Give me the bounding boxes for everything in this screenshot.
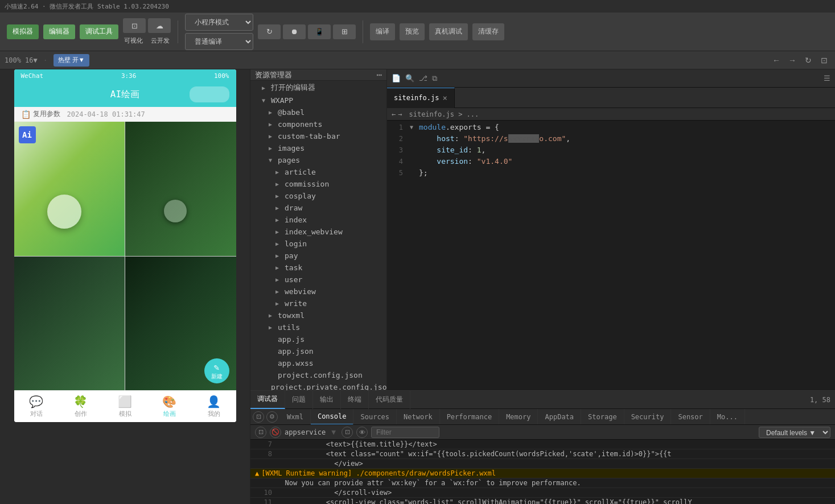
bottom-tab-output[interactable]: 输出 bbox=[313, 391, 341, 409]
tree-webview[interactable]: ▶ webview bbox=[250, 286, 386, 298]
source-control-icon[interactable]: ⎇ bbox=[419, 74, 427, 82]
devtools-tab-mo[interactable]: Mo... bbox=[710, 409, 745, 425]
default-levels-select[interactable]: Default levels ▼ bbox=[759, 427, 830, 438]
forward-btn[interactable]: → bbox=[398, 110, 402, 118]
tree-index[interactable]: ▶ index bbox=[250, 214, 386, 226]
bottom-tab-code-quality[interactable]: 代码质量 bbox=[369, 391, 410, 409]
tree-app-json[interactable]: app.json bbox=[250, 345, 386, 357]
mini-program-mode-select[interactable]: 小程序模式 bbox=[185, 14, 253, 31]
tree-pay[interactable]: ▶ pay bbox=[250, 250, 386, 262]
tree-project-private[interactable]: project.private.config.json bbox=[250, 381, 386, 390]
tree-utils[interactable]: ▶ utils bbox=[250, 321, 386, 333]
mode-group: 小程序模式 普通编译 bbox=[185, 14, 253, 50]
new-badge[interactable]: ✎ 新建 bbox=[204, 358, 229, 383]
console-area[interactable]: 7 <text>{{item.title}}</text> 8 <text cl… bbox=[250, 440, 835, 504]
wxapp-root-item[interactable]: ▼ WXAPP bbox=[250, 94, 386, 106]
tree-custom-tab-bar[interactable]: ▶ custom-tab-bar bbox=[250, 130, 386, 142]
debugger-btn[interactable]: 调试工具 bbox=[80, 24, 118, 39]
phone-nav-item-create[interactable]: 🍀 创作 bbox=[59, 395, 103, 418]
cloud-btn[interactable]: ☁ bbox=[148, 18, 171, 33]
visual-label: 可视化 bbox=[124, 36, 143, 45]
layout-icon-btn[interactable]: ⊞ bbox=[333, 24, 356, 39]
simulator-btn[interactable]: 模拟器 bbox=[7, 24, 39, 39]
filter-input[interactable] bbox=[371, 427, 439, 438]
tree-task[interactable]: ▶ task bbox=[250, 262, 386, 274]
appservice-eye-btn[interactable]: 👁 bbox=[356, 427, 368, 438]
appservice-left-btn[interactable]: ⊡ bbox=[255, 427, 266, 438]
devtools-tab-network[interactable]: Network bbox=[397, 409, 440, 425]
phone-nav-item-draw[interactable]: 🎨 绘画 bbox=[147, 395, 192, 418]
new-file-icon[interactable]: 📄 bbox=[392, 74, 401, 82]
clear-cache-btn[interactable]: 清缓存 bbox=[472, 23, 504, 40]
devtools-tab-appdata[interactable]: AppData bbox=[538, 409, 581, 425]
bottom-tab-terminal[interactable]: 终端 bbox=[341, 391, 369, 409]
phone-icon-btn[interactable]: 📱 bbox=[308, 24, 331, 39]
image-cell-2[interactable] bbox=[125, 122, 236, 256]
devtools-settings-btn[interactable]: ⚙ bbox=[266, 411, 278, 423]
tree-towxml[interactable]: ▶ towxml bbox=[250, 309, 386, 321]
visual-btn[interactable]: ⊡ bbox=[123, 18, 146, 33]
appservice-filter-btn[interactable]: ⊡ bbox=[342, 427, 353, 438]
phone-nav-item-chat[interactable]: 💬 对话 bbox=[14, 395, 59, 418]
tree-index-webview[interactable]: ▶ index_webview bbox=[250, 226, 386, 238]
hotbar-btn[interactable]: 热壁 开▼ bbox=[54, 54, 89, 67]
zoom-label: 100% 16▼ bbox=[5, 56, 38, 64]
compile-icons: ↻ ⏺ 📱 ⊞ bbox=[258, 24, 356, 39]
main-layout: WeChat 3:36 100% AI绘画 📋 复用参数 2024-04-18 … bbox=[0, 69, 835, 504]
search-icon[interactable]: 🔍 bbox=[405, 74, 414, 82]
tree-app-wxss[interactable]: app.wxss bbox=[250, 357, 386, 369]
tab-close-siteinfo[interactable]: × bbox=[442, 93, 447, 102]
tree-app-js[interactable]: app.js bbox=[250, 333, 386, 345]
nav-back-btn[interactable]: ← bbox=[770, 54, 783, 67]
devtools-tab-performance[interactable]: Performance bbox=[440, 409, 499, 425]
tree-write[interactable]: ▶ write bbox=[250, 298, 386, 309]
image-cell-4[interactable]: ✎ 新建 bbox=[125, 257, 236, 391]
tree-cosplay[interactable]: ▶ cosplay bbox=[250, 190, 386, 202]
back-btn[interactable]: ← bbox=[392, 110, 396, 118]
devtools-tab-storage[interactable]: Storage bbox=[581, 409, 624, 425]
devtools-tab-sensor[interactable]: Sensor bbox=[671, 409, 710, 425]
devtools-tab-sources[interactable]: Sources bbox=[353, 409, 397, 425]
tree-babel[interactable]: ▶ @babel bbox=[250, 106, 386, 118]
open-editors-item[interactable]: ▶ 打开的编辑器 bbox=[250, 81, 386, 94]
devtools-tab-security[interactable]: Security bbox=[624, 409, 672, 425]
nav-refresh-btn[interactable]: ↻ bbox=[802, 54, 815, 67]
tree-components[interactable]: ▶ components bbox=[250, 118, 386, 130]
real-machine-debug-btn[interactable]: 真机调试 bbox=[429, 23, 468, 40]
bottom-tab-problems[interactable]: 问题 bbox=[285, 391, 313, 409]
image-cell-3[interactable] bbox=[14, 257, 125, 391]
devtools-tab-console[interactable]: Console bbox=[311, 409, 354, 425]
refresh-icon-btn[interactable]: ↻ bbox=[258, 24, 281, 39]
phone-nav-right-btn[interactable] bbox=[190, 86, 229, 102]
code-area[interactable]: 1 ▼ module.exports = { 2 host: "https://… bbox=[387, 121, 835, 390]
nav-stop-btn[interactable]: ⊡ bbox=[818, 54, 830, 67]
wxapp-label: WXAPP bbox=[271, 96, 293, 105]
phone-nav-item-mine[interactable]: 👤 我的 bbox=[192, 395, 236, 418]
image-cell-1[interactable]: Ai bbox=[14, 122, 125, 256]
phone-panel: WeChat 3:36 100% AI绘画 📋 复用参数 2024-04-18 … bbox=[0, 69, 250, 504]
bottom-tab-debugger[interactable]: 调试器 bbox=[250, 391, 285, 409]
editor-btn[interactable]: 编辑器 bbox=[43, 24, 75, 39]
tree-article[interactable]: ▶ article bbox=[250, 166, 386, 178]
compile-mode-select[interactable]: 普通编译 bbox=[185, 33, 253, 50]
tree-user[interactable]: ▶ user bbox=[250, 274, 386, 286]
tree-images[interactable]: ▶ images bbox=[250, 142, 386, 154]
tree-project-config[interactable]: project.config.json bbox=[250, 369, 386, 381]
devtools-tab-wxml[interactable]: Wxml bbox=[280, 409, 311, 425]
tree-commission[interactable]: ▶ commission bbox=[250, 178, 386, 190]
record-icon-btn[interactable]: ⏺ bbox=[283, 24, 306, 39]
appservice-clear-btn[interactable]: 🚫 bbox=[270, 427, 281, 438]
preview-btn[interactable]: 预览 bbox=[400, 23, 425, 40]
split-editor-icon[interactable]: ⧉ bbox=[432, 74, 437, 83]
phone-nav-item-simulate[interactable]: ⬜ 模拟 bbox=[103, 395, 147, 418]
devtools-left-btn[interactable]: ⊡ bbox=[253, 411, 264, 423]
tree-draw[interactable]: ▶ draw bbox=[250, 202, 386, 214]
nav-forward-btn[interactable]: → bbox=[786, 54, 799, 67]
tree-login[interactable]: ▶ login bbox=[250, 238, 386, 250]
tree-pages[interactable]: ▼ pages bbox=[250, 154, 386, 166]
compile-btn[interactable]: 编译 bbox=[370, 23, 395, 40]
tab-siteinfo-js[interactable]: siteinfo.js × bbox=[387, 88, 455, 108]
menu-icon[interactable]: ☰ bbox=[824, 74, 830, 82]
devtools-tab-memory[interactable]: Memory bbox=[499, 409, 538, 425]
file-tree-menu-icon[interactable]: ⋯ bbox=[376, 69, 382, 80]
